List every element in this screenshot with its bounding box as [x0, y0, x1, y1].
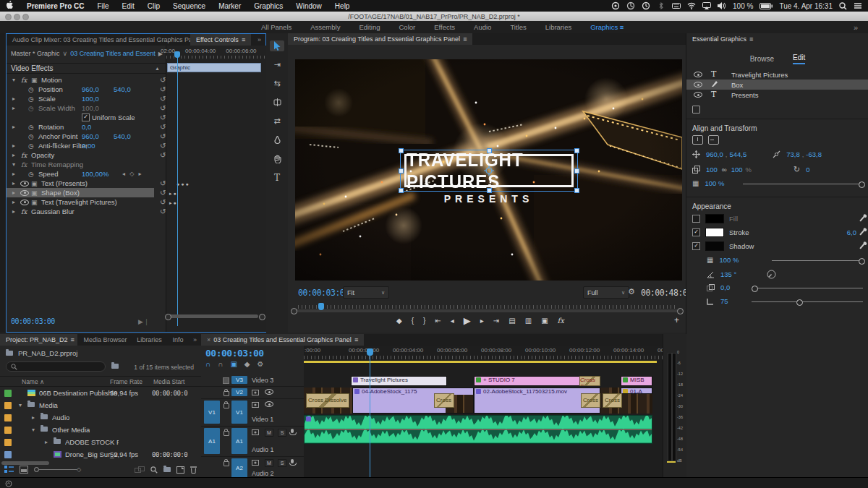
track-header-v2[interactable]: V2: [201, 387, 304, 399]
shadow-swatch[interactable]: [705, 241, 724, 251]
panel-menu-icon[interactable]: ≡: [618, 23, 624, 31]
panel-menu-icon[interactable]: ≡: [242, 36, 245, 43]
twirl-icon[interactable]: ▸: [45, 439, 48, 445]
twirl-icon[interactable]: ▸: [12, 171, 15, 177]
fill-swatch[interactable]: [705, 214, 724, 223]
shadow-opacity-slider[interactable]: [772, 260, 863, 261]
export-frame-icon[interactable]: ▣: [541, 317, 548, 325]
workspace-tab-effects[interactable]: Effects: [425, 23, 464, 31]
notification-center-icon[interactable]: [854, 2, 862, 9]
twirl-icon[interactable]: ▾: [12, 77, 15, 83]
project-row-media[interactable]: ▾Media: [0, 399, 201, 411]
handle-mid-right[interactable]: [574, 168, 579, 174]
shadow-blur-value[interactable]: 75: [720, 297, 728, 305]
label-color-chip[interactable]: [4, 451, 12, 458]
uniform-scale-checkbox[interactable]: ✓: [82, 114, 90, 121]
twirl-icon[interactable]: ▸: [32, 414, 35, 421]
menu-clock[interactable]: Tue 4. Apr 16:31: [779, 2, 833, 10]
source-patch-v1[interactable]: V1: [204, 401, 220, 424]
wifi-icon[interactable]: [687, 1, 696, 10]
tab-project[interactable]: Project: PR_NAB_D2≡: [0, 334, 77, 346]
eg-layer-presents[interactable]: TPresents: [686, 90, 868, 100]
step-forward-icon[interactable]: ▸: [480, 317, 484, 325]
anchor-y-value[interactable]: -63,8: [806, 150, 822, 158]
preferences-icon[interactable]: [626, 1, 635, 10]
stopwatch-icon[interactable]: ◷: [28, 105, 34, 112]
project-breadcrumb[interactable]: PR_NAB_D2.prproj: [6, 349, 77, 357]
twirl-icon[interactable]: ▸: [12, 142, 15, 149]
track-visibility-eye-icon[interactable]: [265, 389, 273, 395]
twirl-icon[interactable]: ▸: [12, 208, 15, 215]
shadow-checkbox[interactable]: ✓: [692, 242, 700, 250]
twirl-icon[interactable]: ▸: [12, 189, 15, 196]
menu-item-graphics[interactable]: Graphics: [247, 2, 289, 10]
transition-cross-d[interactable]: Cross D: [581, 393, 600, 408]
workspace-tab-libraries[interactable]: Libraries: [536, 23, 581, 31]
eg-tab-browse[interactable]: Browse: [750, 55, 774, 63]
ec-value-1[interactable]: 100,00%: [82, 170, 109, 178]
transition-cross-d[interactable]: Cross D: [603, 393, 622, 408]
handle-top-center[interactable]: [487, 148, 492, 153]
twirl-icon[interactable]: ▸: [12, 180, 15, 187]
source-patch-mini[interactable]: [223, 377, 229, 384]
twirl-icon[interactable]: ▾: [12, 161, 15, 168]
program-playhead[interactable]: [318, 303, 324, 310]
column-name[interactable]: Name ∧: [0, 378, 44, 385]
audio-clip[interactable]: [304, 415, 652, 444]
label-color-chip[interactable]: [4, 402, 12, 409]
workspace-tab-color[interactable]: Color: [390, 23, 425, 31]
panel-menu-icon[interactable]: ≡: [354, 336, 358, 343]
shadow-opacity-value[interactable]: 100 %: [719, 256, 739, 264]
scale-x-value[interactable]: 100: [706, 166, 718, 174]
menu-item-sequence[interactable]: Sequence: [166, 2, 212, 10]
eg-opacity-value[interactable]: 100 %: [705, 179, 724, 187]
ec-value-1[interactable]: 100,0: [82, 104, 99, 112]
label-color-chip[interactable]: [4, 427, 12, 434]
handle-bottom-left[interactable]: [399, 188, 404, 193]
ec-row-rotation[interactable]: ▸◷Rotation0,0↺: [7, 122, 166, 132]
window-title-bar[interactable]: /FOOTAGE/17NAB/01_NAB17_PrPro/PR_NAB_D2.…: [0, 12, 868, 21]
ec-row-anti-flicker-filter[interactable]: ▸◷Anti-flicker Filter0,00↺: [7, 141, 166, 150]
visibility-eye-icon[interactable]: [694, 92, 702, 98]
track-lock-icon[interactable]: [224, 461, 229, 466]
program-video-frame[interactable]: TRAVELIGHT PICTURES PRESENTS: [295, 59, 682, 281]
keyframe-marker[interactable]: ▸●: [169, 200, 178, 206]
column-frame-rate[interactable]: Frame Rate: [110, 378, 142, 385]
menu-item-edit[interactable]: Edit: [116, 2, 141, 10]
twirl-icon[interactable]: ▾: [19, 402, 22, 408]
marker-icon[interactable]: ◆: [244, 360, 250, 368]
project-hscroll[interactable]: [1, 461, 49, 465]
sync-lock-icon[interactable]: [252, 389, 259, 397]
project-search-input[interactable]: [6, 361, 106, 372]
snap-icon[interactable]: ∩: [205, 360, 210, 368]
ec-graphic-clip-bar[interactable]: Graphic: [167, 63, 261, 72]
ec-scroll-handle-left[interactable]: [165, 314, 171, 320]
twirl-icon[interactable]: ▸: [12, 199, 15, 205]
voiceover-mic-icon[interactable]: [291, 429, 294, 433]
panel-menu-icon[interactable]: ≡: [749, 35, 753, 43]
twirl-icon[interactable]: ▾: [32, 427, 35, 433]
go-to-out-icon[interactable]: ⇥: [493, 317, 499, 325]
eg-layer-box[interactable]: Box: [686, 80, 868, 90]
menu-item-premiere-pro-cc[interactable]: Premiere Pro CC: [20, 2, 90, 10]
new-item-icon[interactable]: [176, 466, 184, 474]
keyframe-nav[interactable]: ◂ ◇ ▸: [122, 171, 143, 177]
timeline-clip[interactable]: Travelight Pictures: [351, 376, 447, 386]
tab-effect-controls[interactable]: Effect Controls≡: [190, 34, 251, 46]
ec-value-2[interactable]: 540,0: [114, 132, 131, 140]
playback-resolution-select[interactable]: Full∨: [583, 286, 629, 299]
ec-value-1[interactable]: 100,0: [82, 95, 99, 103]
new-bin-icon[interactable]: [163, 467, 171, 472]
column-media-start[interactable]: Media Start: [153, 378, 184, 385]
stopwatch-icon[interactable]: ◷: [28, 95, 34, 103]
ec-scroll-handle-right[interactable]: [259, 314, 265, 320]
visibility-eye-icon[interactable]: [694, 72, 702, 77]
ec-row-anchor-point[interactable]: ◷Anchor Point960,0540,0↺: [7, 132, 166, 141]
fill-checkbox[interactable]: [692, 215, 700, 223]
ec-row-speed[interactable]: ▸◷Speed100,00%◂ ◇ ▸: [7, 169, 166, 179]
keyframe-marker[interactable]: ▸●: [169, 191, 178, 197]
ec-row-time-remapping[interactable]: ▾fxTime Remapping: [7, 160, 166, 169]
settings-wrench-icon[interactable]: ⚙: [628, 287, 635, 296]
find-icon[interactable]: [150, 466, 158, 474]
ripple-edit-tool[interactable]: ⇆: [270, 78, 284, 89]
